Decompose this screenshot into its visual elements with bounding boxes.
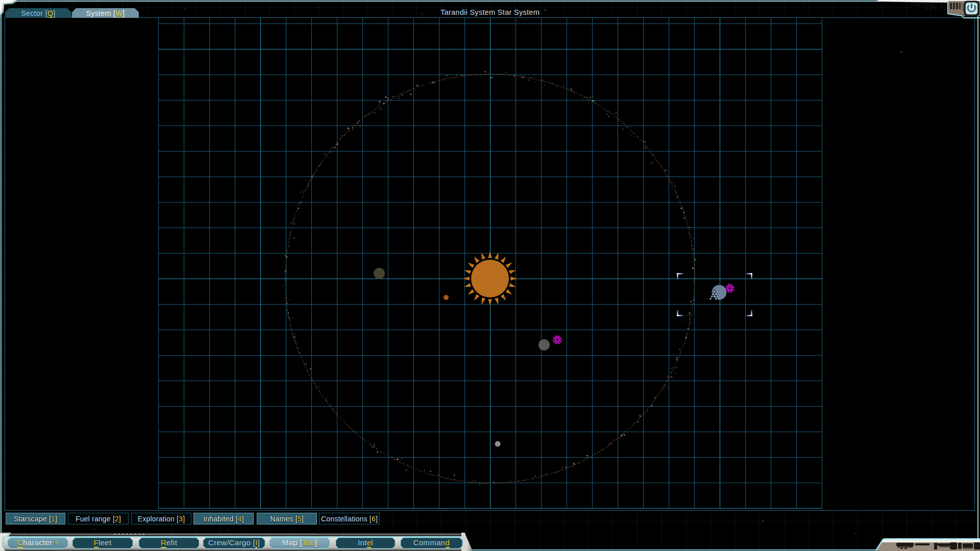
nav-map-hotkey: Tab — [302, 538, 315, 547]
jump-point-icon[interactable] — [725, 284, 735, 293]
nav-bar-seam — [148, 534, 316, 534]
selection-bracket-corner — [745, 273, 753, 281]
nav-crew-label: Crew/Cargo — [208, 538, 253, 547]
nav-intel-label-pre: Int — [358, 538, 367, 547]
nav-tab-command[interactable]: Command — [400, 537, 463, 549]
power-button[interactable] — [964, 1, 979, 16]
toggle-exploration-key: 3 — [179, 515, 183, 523]
nav-bar-dashes — [114, 534, 145, 535]
selection-bracket-corner — [745, 309, 753, 317]
nav-tab-character[interactable]: Character + — [7, 537, 68, 549]
nav-tab-refit[interactable]: Refit — [138, 537, 200, 549]
selection-bracket-corner — [677, 273, 684, 281]
selection-bracket-corner — [677, 309, 684, 317]
nav-fleet-label: leet — [99, 538, 111, 547]
toggle-inhabited[interactable]: Inhabited [4] — [193, 513, 254, 524]
jump-point-icon[interactable] — [553, 335, 562, 345]
nav-tab-map[interactable]: Map [Tab] — [269, 537, 330, 549]
nav-refit-hotkey: R — [161, 538, 166, 547]
star-icon[interactable] — [463, 252, 518, 306]
toggle-exploration[interactable]: Exploration [3] — [131, 513, 191, 524]
nav-fleet-hotkey: F — [94, 538, 99, 547]
nav-tab-fleet[interactable]: Fleet — [72, 537, 133, 549]
toggle-constellations-label: Constellations — [321, 515, 368, 523]
toggle-exploration-label: Exploration — [138, 515, 175, 523]
power-button-housing — [934, 0, 980, 18]
nav-command-hotkey: d — [446, 538, 450, 547]
nav-character-hotkey: C — [17, 538, 23, 547]
nav-intel-label-post: l — [371, 538, 373, 547]
toggle-names-key: 5 — [298, 515, 302, 523]
planet-icon-3[interactable] — [495, 441, 501, 447]
toggle-constellations-key: 6 — [372, 515, 376, 523]
nav-tab-crew-cargo[interactable]: Crew/Cargo [I] — [203, 537, 265, 549]
toggle-fuel-range-key: 2 — [115, 515, 119, 523]
nav-character-plus: + — [52, 539, 58, 547]
toggle-constellations[interactable]: Constellations [6] — [319, 513, 380, 524]
nav-refit-label: efit — [166, 538, 177, 547]
corner-metal-top-left — [0, 0, 31, 31]
toggle-inhabited-label: Inhabited — [203, 515, 233, 523]
nav-tab-intel[interactable]: Intel — [335, 537, 396, 549]
toggle-starscape[interactable]: Starscape [1] — [6, 513, 65, 524]
system-map[interactable] — [0, 0, 980, 551]
nav-command-label: Comman — [413, 538, 446, 547]
nav-intel-hotkey: e — [367, 538, 372, 547]
toggle-names-label: Names — [270, 515, 293, 523]
toggle-inhabited-key: 4 — [238, 515, 242, 523]
map-content — [158, 18, 822, 509]
nav-map-label: Map — [282, 538, 300, 547]
nav-character-label: haracter — [23, 538, 52, 547]
planet-icon-2[interactable] — [538, 339, 550, 350]
toggle-starscape-key: 1 — [51, 515, 55, 523]
toggle-names[interactable]: Names [5] — [257, 513, 317, 524]
corner-metal-bottom-right — [868, 538, 980, 551]
planet-icon-1[interactable] — [444, 295, 449, 300]
toggle-fuel-range-label: Fuel range — [76, 515, 111, 523]
planet-icon-0[interactable] — [374, 268, 385, 279]
toggle-starscape-label: Starscape — [14, 515, 47, 523]
nav-bar-left-cap — [0, 533, 11, 551]
toggle-fuel-range[interactable]: Fuel range [2] — [68, 513, 129, 524]
